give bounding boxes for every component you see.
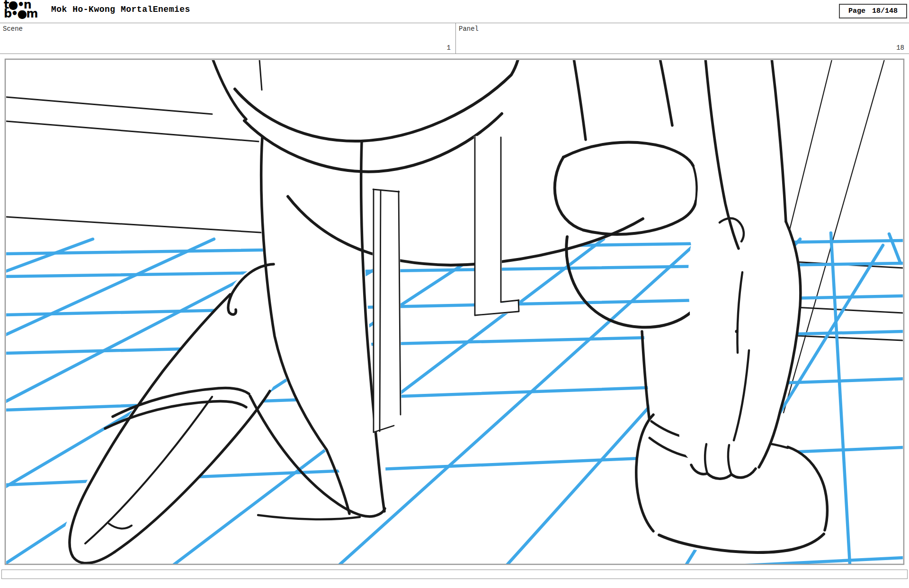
caption-bar <box>1 570 908 579</box>
knuckle-dot <box>735 330 739 333</box>
storyboard-panel-drawing <box>0 0 909 588</box>
